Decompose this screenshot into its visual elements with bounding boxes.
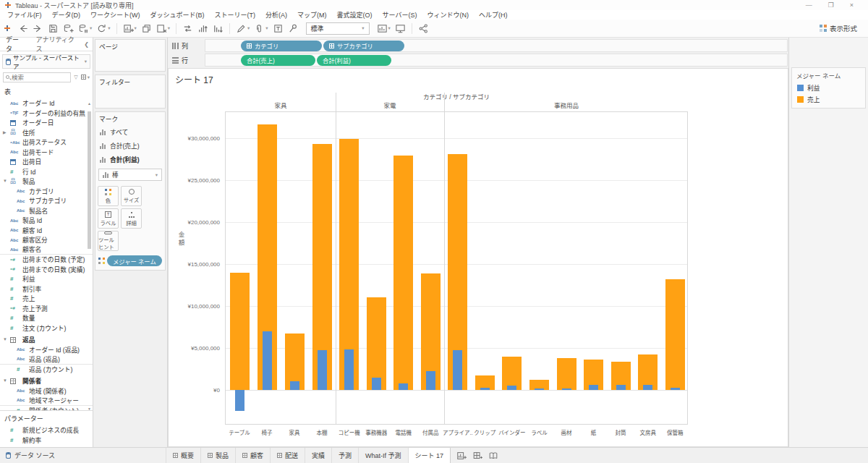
- color-button[interactable]: 色: [98, 186, 119, 206]
- profit-bar[interactable]: [643, 385, 652, 390]
- scrollbar-thumb[interactable]: [88, 111, 91, 249]
- field-row[interactable]: Abc顧客 Id: [0, 226, 93, 236]
- field-row[interactable]: Abc出荷モード: [0, 148, 93, 158]
- fix-axes-button[interactable]: [286, 21, 301, 36]
- save-button[interactable]: [46, 21, 61, 36]
- field-row[interactable]: ▼品製品: [0, 177, 93, 187]
- field-row[interactable]: Abc製品名: [0, 206, 93, 216]
- measure-pill[interactable]: 合計(利益): [317, 55, 391, 66]
- data-source-selector[interactable]: サンプル - スーパーストア ▾: [2, 54, 90, 69]
- field-row[interactable]: オーダー日: [0, 118, 93, 128]
- profit-bar[interactable]: [480, 388, 490, 390]
- new-worksheet-button[interactable]: [454, 449, 468, 462]
- mark-type-dropdown[interactable]: 棒 ▾: [98, 169, 162, 181]
- menu-item[interactable]: 分析(A): [260, 10, 292, 20]
- marks-card-row[interactable]: 合計(売上): [95, 139, 165, 153]
- field-row[interactable]: #数量: [0, 313, 93, 323]
- profit-bar[interactable]: [589, 385, 598, 390]
- back-button[interactable]: [15, 21, 30, 36]
- presentation-mode-button[interactable]: [393, 21, 408, 36]
- menu-item[interactable]: ワークシート(W): [85, 10, 145, 20]
- chevron-down-icon[interactable]: ▼: [3, 177, 7, 187]
- detail-button[interactable]: 詳細: [121, 208, 142, 229]
- dimension-pill[interactable]: カテゴリ: [241, 41, 322, 51]
- field-row[interactable]: Abcオーダー Id (返品): [0, 345, 93, 355]
- menu-item[interactable]: サーバー(S): [378, 10, 422, 20]
- legend-item[interactable]: 利益: [792, 82, 865, 93]
- profit-bar[interactable]: [453, 350, 462, 390]
- field-row[interactable]: Abcカテゴリ: [0, 187, 93, 197]
- field-row[interactable]: Abc顧客区分: [0, 235, 93, 245]
- sales-bar[interactable]: [665, 279, 685, 390]
- new-story-button[interactable]: [486, 449, 500, 462]
- field-row[interactable]: Abc地域マネージャー: [0, 396, 93, 406]
- menu-item[interactable]: ストーリー(T): [210, 10, 261, 20]
- show-mark-labels-button[interactable]: [271, 21, 286, 36]
- new-dashboard-button[interactable]: [470, 449, 484, 462]
- sales-bar[interactable]: [393, 156, 413, 390]
- scroll-up-icon[interactable]: ▲: [87, 101, 92, 106]
- marks-card-row[interactable]: すべて: [95, 125, 165, 139]
- dimension-pill[interactable]: サブカテゴリ: [323, 41, 404, 51]
- profit-bar[interactable]: [426, 371, 435, 390]
- field-row[interactable]: Abcオーダー Id: [0, 98, 93, 109]
- menu-item[interactable]: ダッシュボード(B): [145, 10, 210, 20]
- data-pane-scrollbar[interactable]: ▲ ▼: [87, 101, 92, 411]
- new-worksheet-button[interactable]: ▾: [121, 21, 139, 36]
- field-row[interactable]: =T|Fオーダーの利益の有無: [0, 109, 93, 119]
- field-row[interactable]: Abc地域 (関係者): [0, 386, 93, 396]
- profit-bar[interactable]: [372, 378, 381, 390]
- tab-data[interactable]: データ: [0, 35, 30, 54]
- field-row[interactable]: Abc製品 Id: [0, 216, 93, 226]
- highlight-button[interactable]: ▾: [234, 21, 252, 36]
- field-row[interactable]: #解約率: [0, 436, 93, 446]
- profit-bar[interactable]: [318, 350, 327, 390]
- duplicate-button[interactable]: [139, 21, 154, 36]
- label-button[interactable]: Tラベル: [98, 208, 119, 229]
- sheet-tab[interactable]: 予測: [332, 448, 359, 463]
- minimize-button[interactable]: —: [806, 1, 812, 9]
- sheet-tab[interactable]: 顧客: [236, 448, 271, 463]
- profit-bar[interactable]: [263, 331, 272, 390]
- sales-bar[interactable]: [557, 358, 576, 390]
- field-row[interactable]: #割引率: [0, 284, 93, 294]
- tab-analytics[interactable]: アナリティクス: [30, 35, 85, 54]
- field-row[interactable]: #返品 (カウント): [0, 365, 93, 375]
- restore-button[interactable]: ❐: [828, 1, 834, 9]
- field-row[interactable]: ▼関係者: [0, 376, 93, 386]
- columns-shelf-box[interactable]: カテゴリサブカテゴリ: [205, 39, 788, 52]
- search-box[interactable]: [3, 72, 71, 82]
- sheet-tab[interactable]: シート 17: [409, 448, 451, 463]
- view-options-icon[interactable]: ▾: [81, 75, 90, 80]
- sheet-tab[interactable]: What-If 予測: [359, 448, 409, 463]
- measure-pill[interactable]: 合計(売上): [241, 55, 315, 66]
- sheet-tab[interactable]: 製品: [201, 448, 236, 463]
- field-row[interactable]: #注文 (カウント): [0, 323, 93, 334]
- swap-rows-columns-button[interactable]: [180, 21, 195, 36]
- marks-card-row[interactable]: 合計(利益): [95, 153, 165, 166]
- sales-bar[interactable]: [367, 297, 386, 390]
- new-data-source-button[interactable]: [61, 21, 76, 36]
- show-me-button[interactable]: 表示形式: [820, 23, 864, 33]
- field-row[interactable]: =#売上予測: [0, 304, 93, 314]
- menu-item[interactable]: データ(D): [47, 10, 86, 20]
- close-button[interactable]: ×: [850, 1, 854, 9]
- field-row[interactable]: =Abc出荷ステータス: [0, 137, 93, 148]
- measure-names-pill[interactable]: メジャー ネーム: [107, 255, 162, 266]
- field-row[interactable]: ▶品住所: [0, 128, 93, 138]
- profit-bar[interactable]: [290, 381, 299, 390]
- size-button[interactable]: サイズ: [121, 186, 142, 206]
- chevron-down-icon[interactable]: ▼: [3, 376, 7, 386]
- field-row[interactable]: Abc顧客名: [0, 245, 93, 255]
- field-row[interactable]: =#出荷までの日数 (予定): [0, 255, 93, 265]
- sheet-tab[interactable]: 概要: [166, 448, 201, 463]
- profit-bar[interactable]: [535, 388, 544, 390]
- search-input[interactable]: [12, 74, 68, 81]
- run-update-button[interactable]: ▾: [94, 21, 112, 36]
- field-row[interactable]: #行 Id: [0, 167, 93, 177]
- field-row[interactable]: #利益: [0, 274, 93, 284]
- profit-bar[interactable]: [671, 388, 680, 390]
- profit-bar[interactable]: [344, 349, 354, 390]
- filter-fields-icon[interactable]: ▽: [74, 75, 77, 80]
- sales-bar[interactable]: [230, 273, 250, 390]
